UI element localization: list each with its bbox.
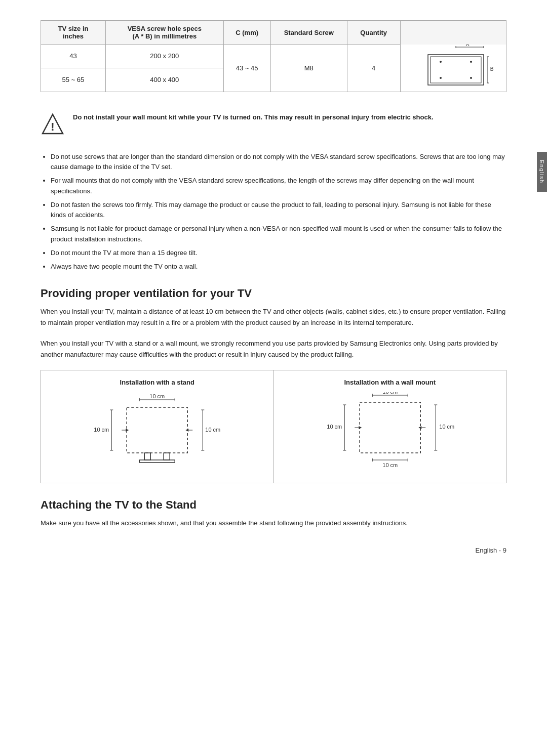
- tv-size-55-65: 55 ~ 65: [41, 68, 106, 92]
- ventilation-body2: When you install your TV with a stand or…: [41, 338, 506, 360]
- col-header-qty: Quantity: [347, 21, 400, 45]
- svg-marker-54: [359, 426, 362, 429]
- svg-text:B: B: [490, 66, 493, 72]
- vesa-400: 400 x 400: [105, 68, 223, 92]
- col-header-cmm: C (mm): [223, 21, 270, 45]
- svg-text:A: A: [465, 45, 469, 47]
- svg-point-12: [440, 77, 442, 79]
- stand-body: Make sure you have all the accessories s…: [41, 518, 506, 528]
- screw-value: M8: [270, 45, 347, 92]
- stand-diagram-title: Installation with a stand: [49, 379, 265, 386]
- warning-box: ! Do not install your wall mount kit whi…: [41, 107, 506, 142]
- warning-text: Do not install your wall mount kit while…: [73, 112, 434, 122]
- svg-rect-36: [360, 402, 420, 453]
- svg-rect-1: [431, 57, 481, 83]
- stand-heading: Attaching the TV to the Stand: [41, 498, 506, 512]
- svg-point-10: [440, 61, 442, 63]
- svg-text:!: !: [51, 120, 54, 133]
- warning-icon: !: [41, 112, 65, 137]
- footer-text: English - 9: [476, 547, 506, 554]
- tv-size-43: 43: [41, 45, 106, 68]
- svg-rect-0: [428, 55, 484, 85]
- side-language-tab: English: [537, 152, 547, 192]
- bullet-item: For wall mounts that do not comply with …: [51, 176, 506, 197]
- svg-text:10 cm: 10 cm: [382, 392, 398, 395]
- svg-rect-16: [127, 407, 187, 453]
- tv-diagram-svg: A B: [413, 45, 494, 90]
- col-header-tvsize: TV size ininches: [41, 21, 106, 45]
- stand-diagram-panel: Installation with a stand 10 cm 10 cm: [41, 370, 274, 483]
- c-mm-value: 43 ~ 45: [223, 45, 270, 92]
- ventilation-diagrams: Installation with a stand 10 cm 10 cm: [41, 370, 506, 483]
- bullet-list: Do not use screws that are longer than t…: [51, 152, 506, 272]
- wallmount-diagram-panel: Installation with a wall mount 10 cm 10 …: [274, 370, 506, 483]
- bullet-item: Samsung is not liable for product damage…: [51, 224, 506, 245]
- wallmount-diagram-title: Installation with a wall mount: [282, 379, 498, 386]
- bullet-item: Do not mount the TV at more than a 15 de…: [51, 248, 506, 259]
- ventilation-body1: When you install your TV, maintain a dis…: [41, 306, 506, 328]
- bullet-item: Do not use screws that are longer than t…: [51, 152, 506, 173]
- vesa-200: 200 x 200: [105, 45, 223, 68]
- svg-rect-17: [144, 453, 150, 460]
- qty-value: 4: [347, 45, 400, 92]
- vesa-table: TV size ininches VESA screw hole specs(A…: [41, 20, 506, 92]
- col-header-vesa: VESA screw hole specs(A * B) in millimet…: [105, 21, 223, 45]
- svg-point-13: [470, 77, 472, 79]
- col-header-screw: Standard Screw: [270, 21, 347, 45]
- ventilation-heading: Providing proper ventilation for your TV: [41, 287, 506, 300]
- svg-text:10 cm: 10 cm: [439, 424, 454, 430]
- svg-marker-35: [185, 429, 188, 432]
- page-footer: English - 9: [476, 547, 506, 554]
- bullet-item: Always have two people mount the TV onto…: [51, 262, 506, 272]
- svg-rect-19: [139, 460, 175, 463]
- svg-rect-18: [164, 453, 170, 460]
- diagram-cell: A B: [400, 45, 506, 92]
- stand-diagram-svg: 10 cm 10 cm 10 cm: [49, 392, 265, 473]
- svg-text:10 cm: 10 cm: [205, 427, 220, 433]
- svg-text:10 cm: 10 cm: [327, 424, 342, 430]
- side-tab-label: English: [539, 160, 545, 184]
- svg-text:10 cm: 10 cm: [149, 393, 165, 399]
- wallmount-diagram-svg: 10 cm 10 cm 10 cm 10 cm: [282, 392, 498, 473]
- table-row: 43 200 x 200 43 ~ 45 M8 4 A: [41, 45, 506, 68]
- svg-point-11: [470, 61, 472, 63]
- svg-text:10 cm: 10 cm: [382, 462, 398, 468]
- svg-marker-33: [126, 429, 129, 432]
- col-header-diagram: [400, 21, 506, 45]
- svg-marker-56: [418, 426, 421, 429]
- warning-strong: Do not install your wall mount kit while…: [73, 113, 434, 121]
- svg-text:10 cm: 10 cm: [94, 427, 109, 433]
- bullet-item: Do not fasten the screws too firmly. Thi…: [51, 200, 506, 221]
